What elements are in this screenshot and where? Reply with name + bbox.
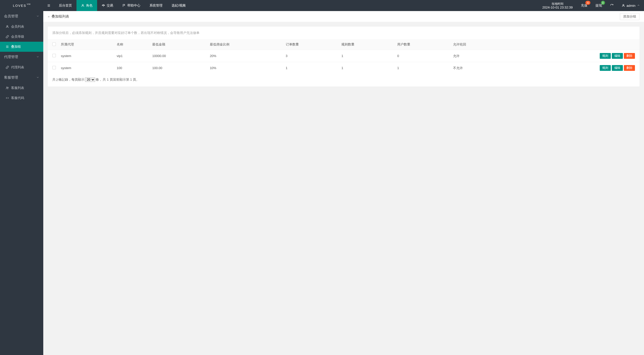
- svg-point-4: [623, 4, 624, 6]
- pager-total: 2: [56, 78, 58, 82]
- nav-video[interactable]: 选妃/视频: [167, 0, 190, 11]
- pager-post3: 共 1 頁當前顯示第 1 頁。: [103, 77, 139, 82]
- code-icon: [6, 96, 9, 100]
- cell-minamount: 100.00: [150, 62, 207, 74]
- top-nav: 后台首页 角色 交易 帮助中心 系统管理 选妃/视频: [54, 0, 190, 11]
- nav-trade-label: 交易: [107, 3, 113, 8]
- col-name: 名称: [114, 39, 150, 50]
- row-checkbox[interactable]: [52, 66, 56, 69]
- delete-button[interactable]: 删除: [624, 53, 635, 59]
- col-users: 用户数量: [395, 39, 451, 50]
- chevron-down-icon: [36, 76, 39, 80]
- brand: LOVES V10: [0, 0, 43, 11]
- sidebar-group-support[interactable]: 客服管理: [0, 72, 43, 83]
- nav-video-label: 选妃/视频: [172, 3, 186, 8]
- flag-icon: [122, 4, 126, 8]
- svg-point-9: [7, 87, 8, 88]
- user-menu[interactable]: admin: [618, 0, 644, 11]
- nav-role-label: 角色: [86, 3, 93, 8]
- svg-point-5: [7, 25, 8, 27]
- table-header-row: 所属代理 名称 最低金额 最低佣金比例 订单数量 规则数量 用户数量 允许轮回: [48, 39, 639, 50]
- user-icon: [81, 4, 85, 8]
- sidebar-group-members[interactable]: 会员管理: [0, 11, 43, 22]
- breadcrumb-sep: »: [48, 15, 50, 18]
- sidebar-item-stack-group[interactable]: 叠加组: [0, 42, 43, 52]
- pager-pre: 共: [52, 77, 56, 82]
- col-agent: 所属代理: [58, 39, 114, 50]
- sidebar-item-agent-list[interactable]: 代理列表: [0, 62, 43, 72]
- pager-post1: 條記錄，每頁顯示: [58, 77, 85, 82]
- add-group-button[interactable]: 添加分组: [620, 13, 639, 20]
- brand-version: V10: [27, 3, 30, 5]
- sidebar-toggle[interactable]: [43, 0, 54, 11]
- scale-icon: [102, 4, 105, 8]
- row-checkbox[interactable]: [52, 54, 56, 57]
- stack-group-table: 所属代理 名称 最低金额 最低佣金比例 订单数量 规则数量 用户数量 允许轮回 …: [48, 39, 639, 74]
- edit-button[interactable]: 编辑: [612, 53, 623, 59]
- nav-home-label: 后台首页: [59, 3, 72, 8]
- col-minrate: 最低佣金比例: [207, 39, 283, 50]
- nav-help[interactable]: 帮助中心: [118, 0, 145, 11]
- cell-name: 100: [114, 62, 150, 74]
- sidebar-item-support-code[interactable]: 客服代码: [0, 93, 43, 103]
- chevron-down-icon: [36, 55, 39, 59]
- topbar: LOVES V10 后台首页 角色 交易 帮助中心 系统管理 选妃/视频: [0, 0, 644, 11]
- sidebar-group-members-label: 会员管理: [4, 14, 18, 19]
- withdraw-link[interactable]: 提现 0: [591, 0, 606, 11]
- main: » 叠加组列表 添加分组 添加分组后，必须添加规则，并且规则需要对应好订单个数，…: [43, 11, 644, 355]
- cell-minamount: 10000.00: [150, 50, 207, 62]
- page-header: » 叠加组列表 添加分组: [43, 11, 644, 22]
- select-all-checkbox[interactable]: [52, 42, 56, 46]
- withdraw-label: 提现: [595, 3, 602, 8]
- users-icon: [6, 86, 9, 90]
- recharge-badge: 32: [585, 1, 590, 5]
- nav-trade[interactable]: 交易: [97, 0, 118, 11]
- nav-role[interactable]: 角色: [76, 0, 97, 11]
- cell-agent: system: [58, 62, 114, 74]
- page-size-select[interactable]: 20: [85, 77, 95, 82]
- rule-button[interactable]: 规则: [600, 65, 611, 71]
- hint-text: 添加分组后，必须添加规则，并且规则需要对应好订单个数，若出现不对称情况，会导致用…: [48, 31, 639, 38]
- cell-agent: system: [58, 50, 114, 62]
- sidebar-item-label: 叠加组: [11, 44, 21, 49]
- refresh-icon: [610, 4, 614, 8]
- sidebar-group-agents-label: 代理管理: [4, 55, 18, 59]
- nav-system[interactable]: 系统管理: [145, 0, 167, 11]
- edit-button[interactable]: 编辑: [612, 65, 623, 71]
- clock-value: 2024-10-01 23:32:39: [542, 6, 573, 9]
- sidebar-item-label: 客服列表: [11, 86, 24, 90]
- sidebar: 会员管理 会员列表 会员等级 叠加组 代理管理 代理列表 客服管理 客服列表 客…: [0, 11, 43, 355]
- cell-minrate: 10%: [207, 62, 283, 74]
- sidebar-item-support-list[interactable]: 客服列表: [0, 83, 43, 93]
- user-name: admin: [627, 4, 635, 8]
- user-icon: [6, 25, 9, 29]
- sidebar-item-label: 会员列表: [11, 24, 24, 29]
- nav-home[interactable]: 后台首页: [54, 0, 76, 11]
- link-icon: [6, 66, 9, 69]
- cell-orders: 3: [283, 50, 339, 62]
- clock-label: 当地时间: [551, 2, 564, 6]
- col-rules: 规则数量: [339, 39, 395, 50]
- rule-button[interactable]: 规则: [600, 53, 611, 59]
- nav-help-label: 帮助中心: [127, 3, 140, 8]
- sidebar-item-label: 客服代码: [11, 96, 24, 100]
- cell-reloop: 允许: [451, 50, 506, 62]
- sidebar-item-member-level[interactable]: 会员等级: [0, 32, 43, 42]
- cell-orders: 1: [283, 62, 339, 74]
- table-row: systemvip110000.0020%310允许规则编辑删除: [48, 50, 639, 62]
- page-title: 叠加组列表: [52, 14, 69, 19]
- svg-point-10: [8, 87, 8, 88]
- recharge-link[interactable]: 充值 32: [577, 0, 591, 11]
- svg-point-3: [82, 4, 84, 6]
- sidebar-item-label: 会员等级: [11, 34, 24, 39]
- chevron-down-icon: [36, 14, 39, 18]
- sidebar-item-member-list[interactable]: 会员列表: [0, 22, 43, 32]
- delete-button[interactable]: 删除: [624, 65, 635, 71]
- cell-rules: 1: [339, 50, 395, 62]
- table-row: system100100.0010%111不允许规则编辑删除: [48, 62, 639, 74]
- withdraw-badge: 0: [601, 1, 605, 5]
- sidebar-group-agents[interactable]: 代理管理: [0, 52, 43, 62]
- refresh-button[interactable]: [606, 0, 618, 11]
- user-icon: [622, 4, 625, 8]
- cell-reloop: 不允许: [451, 62, 506, 74]
